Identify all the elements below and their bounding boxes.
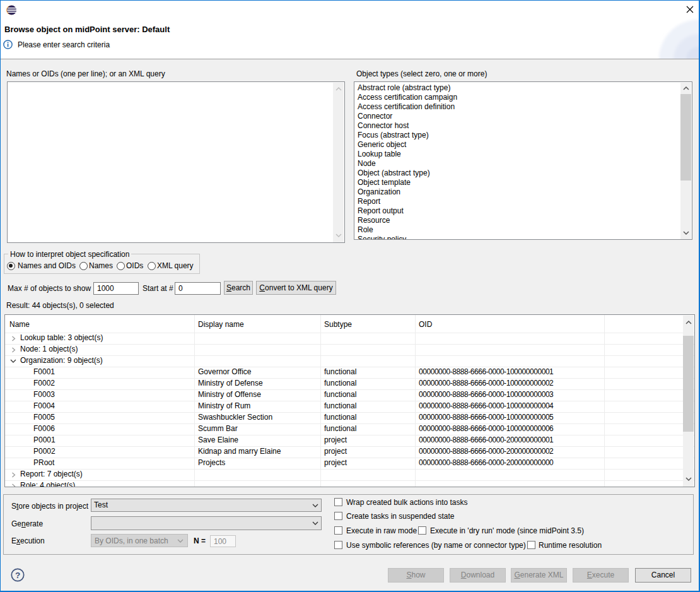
svg-text:?: ?	[15, 571, 20, 580]
